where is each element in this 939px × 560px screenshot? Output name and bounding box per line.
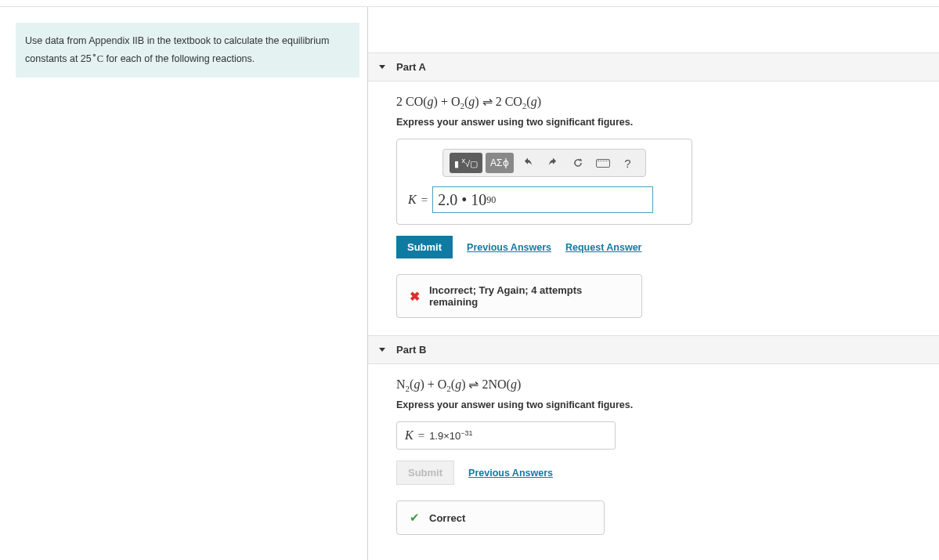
part-a-title: Part A [396, 61, 426, 73]
part-b-header[interactable]: Part B [368, 335, 939, 364]
incorrect-icon: ✖ [410, 289, 420, 304]
part-b-feedback: ✔ Correct [396, 500, 605, 535]
problem-instructions: Use data from Appendix IIB in the textbo… [16, 23, 359, 78]
part-a-buttons: Submit Previous Answers Request Answer [396, 236, 939, 258]
part-a-feedback-text: Incorrect; Try Again; 4 attempts remaini… [429, 284, 629, 308]
degree-symbol: ∘ [92, 50, 97, 60]
left-column: Use data from Appendix IIB in the textbo… [0, 7, 368, 560]
equation-toolbar: ▮ x√▢ ΑΣϕ ? [442, 149, 645, 177]
part-b-feedback-text: Correct [429, 512, 465, 524]
part-a-instruction: Express your answer using two significan… [396, 117, 939, 128]
greek-button[interactable]: ΑΣϕ [486, 153, 513, 173]
previous-answers-link[interactable]: Previous Answers [467, 242, 551, 253]
part-a-answer-input[interactable]: 2.0 • 1090 [432, 186, 653, 213]
reset-icon [572, 157, 583, 168]
instructions-text-after: for each of the following reactions. [103, 53, 255, 64]
part-a-equation: 2 CO(g) + O2(g) ⇌ 2 CO2(g) [396, 94, 939, 110]
part-b-answer-value: 1.9×10−31 [429, 429, 472, 442]
k-label: K [408, 193, 417, 207]
chevron-down-icon [379, 348, 385, 352]
unit-c: C [97, 53, 103, 64]
equals-sign-b: = [418, 429, 424, 443]
redo-icon [547, 157, 558, 168]
chevron-down-icon [379, 65, 385, 69]
undo-icon [522, 157, 533, 168]
equals-sign: = [421, 193, 428, 207]
correct-icon: ✔ [410, 511, 420, 525]
answer-value: 2.0 • 10 [438, 191, 486, 209]
part-b-answer-box: K = 1.9×10−31 [396, 421, 616, 450]
previous-answers-link-b[interactable]: Previous Answers [468, 468, 553, 479]
template-icon: ▮ x√▢ [454, 157, 478, 169]
part-a-answer-row: K = 2.0 • 1090 [408, 186, 681, 213]
template-button[interactable]: ▮ x√▢ [450, 153, 482, 173]
part-a-feedback: ✖ Incorrect; Try Again; 4 attempts remai… [396, 274, 642, 318]
part-b-equation: N2(g) + O2(g) ⇌ 2NO(g) [396, 377, 939, 393]
submit-button-disabled: Submit [396, 461, 454, 485]
part-a-answer-box: ▮ x√▢ ΑΣϕ ? [396, 139, 692, 225]
right-column: Part A 2 CO(g) + O2(g) ⇌ 2 CO2(g) Expres… [368, 7, 939, 560]
part-b-instruction: Express your answer using two significan… [396, 399, 939, 410]
redo-button[interactable] [542, 153, 564, 173]
undo-button[interactable] [517, 153, 539, 173]
keyboard-icon [596, 159, 610, 168]
request-answer-link[interactable]: Request Answer [565, 242, 641, 253]
reset-button[interactable] [567, 153, 589, 173]
k-label-b: K [405, 428, 414, 443]
submit-button[interactable]: Submit [396, 236, 453, 258]
keyboard-button[interactable] [592, 153, 614, 173]
answer-exponent: 90 [486, 194, 496, 206]
part-b-buttons: Submit Previous Answers [396, 461, 939, 485]
part-a-header[interactable]: Part A [368, 52, 939, 81]
part-b-title: Part B [396, 344, 426, 356]
part-b-body: N2(g) + O2(g) ⇌ 2NO(g) Express your answ… [368, 364, 939, 535]
part-a-body: 2 CO(g) + O2(g) ⇌ 2 CO2(g) Express your … [368, 81, 939, 318]
help-button[interactable]: ? [617, 153, 639, 173]
